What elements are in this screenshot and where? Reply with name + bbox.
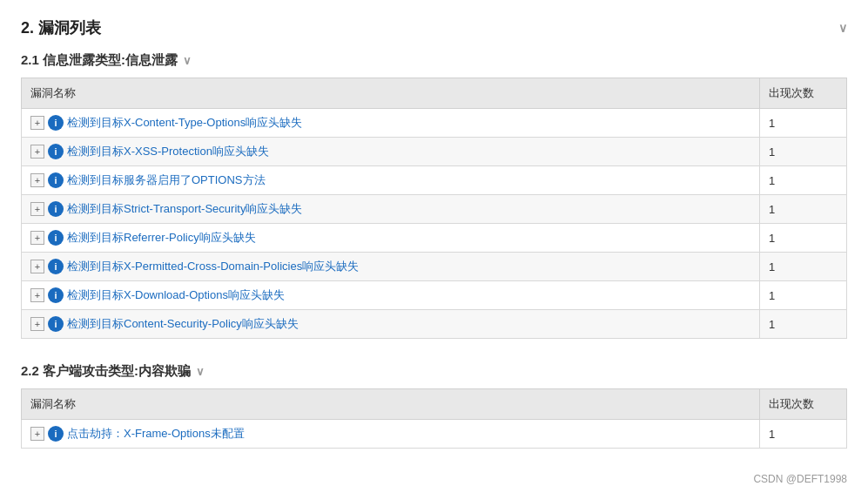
- info-icon[interactable]: i: [48, 115, 64, 131]
- subsection-title-text: 2.2 客户端攻击类型:内容欺骗: [21, 363, 191, 380]
- table-row: +i检测到目标X-Content-Type-Options响应头缺失1: [22, 109, 847, 138]
- expand-button[interactable]: +: [30, 173, 44, 187]
- col-header-count: 出现次数: [760, 389, 847, 420]
- expand-button[interactable]: +: [30, 317, 44, 331]
- expand-button[interactable]: +: [30, 145, 44, 159]
- table-cell-name: +i检测到目标X-XSS-Protection响应头缺失: [22, 138, 760, 166]
- info-icon[interactable]: i: [48, 316, 64, 332]
- table-cell-count: 1: [760, 138, 847, 166]
- col-header-name: 漏洞名称: [22, 389, 760, 420]
- subsections-container: 2.1 信息泄露类型:信息泄露∨漏洞名称出现次数+i检测到目标X-Content…: [21, 52, 847, 449]
- table-2.2: 漏洞名称出现次数+i点击劫持：X-Frame-Options未配置1: [21, 388, 847, 449]
- table-cell-name: +i点击劫持：X-Frame-Options未配置: [22, 420, 760, 449]
- info-icon[interactable]: i: [48, 144, 64, 159]
- table-row: +i检测到目标X-Download-Options响应头缺失1: [22, 281, 847, 310]
- expand-button[interactable]: +: [30, 116, 44, 130]
- subsection-title-text: 2.1 信息泄露类型:信息泄露: [21, 52, 178, 69]
- table-cell-name: +i检测到目标Referrer-Policy响应头缺失: [22, 224, 760, 253]
- vuln-name-link[interactable]: 点击劫持：X-Frame-Options未配置: [67, 426, 245, 442]
- section-title: 2. 漏洞列表: [21, 17, 101, 38]
- vuln-name-link[interactable]: 检测到目标Strict-Transport-Security响应头缺失: [67, 201, 302, 217]
- info-icon[interactable]: i: [48, 201, 64, 217]
- vuln-name-link[interactable]: 检测到目标Referrer-Policy响应头缺失: [67, 230, 256, 246]
- table-cell-name: +i检测到目标Content-Security-Policy响应头缺失: [22, 310, 760, 339]
- table-row: +i检测到目标X-Permitted-Cross-Domain-Policies…: [22, 253, 847, 281]
- subsection-title-2.1: 2.1 信息泄露类型:信息泄露∨: [21, 52, 847, 69]
- table-row: +i检测到目标服务器启用了OPTIONS方法1: [22, 166, 847, 195]
- table-row: +i检测到目标Referrer-Policy响应头缺失1: [22, 224, 847, 253]
- info-icon[interactable]: i: [48, 230, 64, 246]
- subsection-chevron-icon[interactable]: ∨: [196, 365, 205, 378]
- table-cell-count: 1: [760, 420, 847, 449]
- table-cell-count: 1: [760, 195, 847, 224]
- table-cell-count: 1: [760, 253, 847, 281]
- watermark: CSDN @DEFT1998: [21, 473, 847, 485]
- vuln-name-link[interactable]: 检测到目标X-Permitted-Cross-Domain-Policies响应…: [67, 259, 359, 274]
- vuln-name-link[interactable]: 检测到目标X-Content-Type-Options响应头缺失: [67, 115, 302, 131]
- info-icon[interactable]: i: [48, 172, 64, 188]
- vuln-name-link[interactable]: 检测到目标X-XSS-Protection响应头缺失: [67, 144, 269, 159]
- subsection-chevron-icon[interactable]: ∨: [183, 54, 192, 67]
- vuln-name-link[interactable]: 检测到目标Content-Security-Policy响应头缺失: [67, 316, 299, 332]
- table-cell-name: +i检测到目标服务器启用了OPTIONS方法: [22, 166, 760, 195]
- table-cell-name: +i检测到目标X-Content-Type-Options响应头缺失: [22, 109, 760, 138]
- table-cell-count: 1: [760, 224, 847, 253]
- table-cell-name: +i检测到目标X-Permitted-Cross-Domain-Policies…: [22, 253, 760, 281]
- table-cell-count: 1: [760, 281, 847, 310]
- subsection-2.2: 2.2 客户端攻击类型:内容欺骗∨漏洞名称出现次数+i点击劫持：X-Frame-…: [21, 363, 847, 449]
- expand-button[interactable]: +: [30, 427, 44, 441]
- subsection-title-2.2: 2.2 客户端攻击类型:内容欺骗∨: [21, 363, 847, 380]
- table-row: +i点击劫持：X-Frame-Options未配置1: [22, 420, 847, 449]
- table-cell-count: 1: [760, 310, 847, 339]
- expand-button[interactable]: +: [30, 288, 44, 302]
- subsection-2.1: 2.1 信息泄露类型:信息泄露∨漏洞名称出现次数+i检测到目标X-Content…: [21, 52, 847, 339]
- table-cell-count: 1: [760, 109, 847, 138]
- table-cell-count: 1: [760, 166, 847, 195]
- vuln-name-link[interactable]: 检测到目标服务器启用了OPTIONS方法: [67, 172, 266, 188]
- vuln-name-link[interactable]: 检测到目标X-Download-Options响应头缺失: [67, 287, 285, 303]
- expand-button[interactable]: +: [30, 202, 44, 216]
- section-chevron-icon[interactable]: ∨: [838, 21, 847, 35]
- col-header-name: 漏洞名称: [22, 78, 760, 109]
- info-icon[interactable]: i: [48, 259, 64, 274]
- table-row: +i检测到目标X-XSS-Protection响应头缺失1: [22, 138, 847, 166]
- table-row: +i检测到目标Content-Security-Policy响应头缺失1: [22, 310, 847, 339]
- table-cell-name: +i检测到目标Strict-Transport-Security响应头缺失: [22, 195, 760, 224]
- expand-button[interactable]: +: [30, 231, 44, 245]
- table-2.1: 漏洞名称出现次数+i检测到目标X-Content-Type-Options响应头…: [21, 78, 847, 339]
- col-header-count: 出现次数: [760, 78, 847, 109]
- section-container: 2. 漏洞列表 ∨ 2.1 信息泄露类型:信息泄露∨漏洞名称出现次数+i检测到目…: [21, 17, 847, 485]
- expand-button[interactable]: +: [30, 260, 44, 273]
- info-icon[interactable]: i: [48, 287, 64, 303]
- table-cell-name: +i检测到目标X-Download-Options响应头缺失: [22, 281, 760, 310]
- info-icon[interactable]: i: [48, 426, 64, 442]
- table-row: +i检测到目标Strict-Transport-Security响应头缺失1: [22, 195, 847, 224]
